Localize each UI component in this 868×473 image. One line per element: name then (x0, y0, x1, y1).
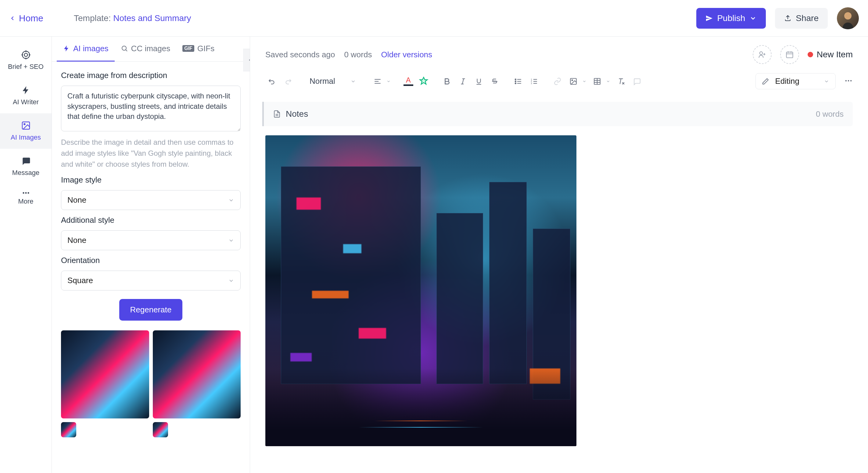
schedule-button[interactable] (780, 45, 799, 64)
status-new-item[interactable]: New Item (808, 50, 853, 60)
new-item-label: New Item (817, 50, 853, 60)
rail-more-label: More (18, 198, 33, 205)
orientation-value: Square (67, 276, 93, 285)
avatar-image (837, 7, 859, 29)
toolbar-more-button[interactable] (844, 76, 853, 86)
home-link[interactable]: Home (9, 13, 43, 24)
saved-status: Saved seconds ago (265, 50, 335, 60)
upload-icon (784, 14, 792, 22)
rail-message[interactable]: Message (0, 149, 52, 184)
chevron-left-icon (247, 57, 250, 63)
rail-more[interactable]: More (0, 184, 52, 213)
pen-icon (762, 78, 769, 85)
svg-text:3: 3 (531, 82, 532, 85)
paragraph-style-select[interactable]: Normal (305, 74, 361, 89)
additional-style-value: None (67, 236, 86, 245)
image-icon (569, 77, 577, 85)
redo-button[interactable] (281, 75, 294, 88)
tab-cc-images-label: CC images (131, 44, 170, 53)
notes-title: Notes (286, 109, 308, 119)
image-style-value: None (67, 195, 86, 205)
table-dropdown[interactable] (604, 79, 612, 83)
bold-button[interactable] (440, 75, 454, 88)
underline-icon (475, 77, 483, 85)
older-versions-link[interactable]: Older versions (381, 50, 432, 60)
chevron-down-icon (350, 79, 356, 84)
rail-ai-writer[interactable]: AI Writer (0, 78, 52, 113)
prompt-textarea[interactable] (61, 86, 241, 131)
share-label: Share (796, 13, 818, 23)
tab-ai-images[interactable]: AI images (57, 37, 115, 62)
insert-image-button[interactable] (567, 75, 580, 88)
image-icon (21, 121, 31, 130)
svg-point-9 (23, 192, 24, 194)
thumbnail-3[interactable] (61, 422, 76, 437)
chevron-down-icon (228, 197, 234, 203)
comment-button[interactable] (630, 75, 644, 88)
word-count-top: 0 words (344, 50, 372, 60)
template-breadcrumb: Template: Notes and Summary (74, 13, 191, 23)
avatar[interactable] (837, 7, 859, 29)
svg-point-11 (27, 192, 29, 194)
additional-style-select[interactable]: None (61, 230, 241, 250)
svg-line-48 (620, 79, 621, 84)
tab-gifs[interactable]: GIF GIFs (176, 37, 220, 62)
svg-point-10 (25, 192, 27, 194)
rail-message-label: Message (12, 169, 39, 177)
template-name[interactable]: Notes and Summary (113, 13, 191, 23)
highlight-button[interactable] (417, 75, 430, 88)
svg-point-12 (122, 46, 126, 50)
italic-button[interactable] (456, 75, 470, 88)
send-icon (706, 14, 713, 22)
tab-ai-images-label: AI images (73, 44, 108, 53)
bullet-list-button[interactable] (512, 75, 525, 88)
clear-format-button[interactable] (614, 75, 628, 88)
add-collaborator-button[interactable] (753, 45, 772, 64)
paragraph-style-value: Normal (310, 76, 335, 86)
status-dot-icon (808, 52, 813, 57)
insert-table-button[interactable] (590, 75, 604, 88)
generated-image[interactable] (265, 135, 577, 446)
svg-point-52 (848, 80, 849, 81)
notes-section-header[interactable]: Notes 0 words (262, 102, 853, 126)
calendar-clock-icon (785, 50, 794, 59)
tab-cc-images[interactable]: CC images (115, 37, 177, 62)
text-color-bar (403, 85, 413, 86)
additional-style-label: Additional style (61, 215, 241, 225)
editing-mode-select[interactable]: Editing (755, 73, 836, 89)
text-color-button[interactable]: A (402, 75, 414, 87)
chevron-left-icon (9, 15, 16, 22)
message-icon (21, 156, 31, 166)
thumbnail-4[interactable] (153, 422, 168, 437)
image-dropdown[interactable] (581, 79, 588, 83)
orientation-label: Orientation (61, 256, 241, 265)
rail-brief-seo[interactable]: Brief + SEO (0, 43, 52, 78)
share-button[interactable]: Share (775, 8, 828, 29)
dots-icon (844, 76, 853, 85)
thumbnail-2[interactable] (153, 330, 241, 418)
svg-point-30 (515, 81, 516, 82)
bolt-icon (63, 45, 70, 52)
chevron-down-icon (606, 79, 610, 83)
image-style-label: Image style (61, 175, 241, 185)
regenerate-button[interactable]: Regenerate (119, 299, 183, 320)
underline-button[interactable] (472, 75, 486, 88)
publish-button[interactable]: Publish (696, 8, 766, 29)
orientation-select[interactable]: Square (61, 271, 241, 291)
svg-point-8 (24, 124, 25, 125)
numbered-list-button[interactable]: 123 (527, 75, 541, 88)
document-icon (273, 110, 281, 118)
thumbnail-1[interactable] (61, 330, 149, 418)
chevron-down-icon (386, 79, 391, 83)
strikethrough-button[interactable] (488, 75, 501, 88)
align-button[interactable] (371, 75, 384, 88)
link-button[interactable] (551, 75, 564, 88)
rail-ai-images[interactable]: AI Images (0, 113, 52, 149)
tab-gifs-label: GIFs (197, 44, 214, 53)
align-dropdown[interactable] (385, 79, 392, 83)
undo-button[interactable] (265, 75, 279, 88)
image-style-select[interactable]: None (61, 190, 241, 210)
clear-format-icon (617, 77, 625, 85)
collapse-panel-button[interactable] (243, 49, 250, 71)
svg-rect-17 (786, 52, 793, 58)
